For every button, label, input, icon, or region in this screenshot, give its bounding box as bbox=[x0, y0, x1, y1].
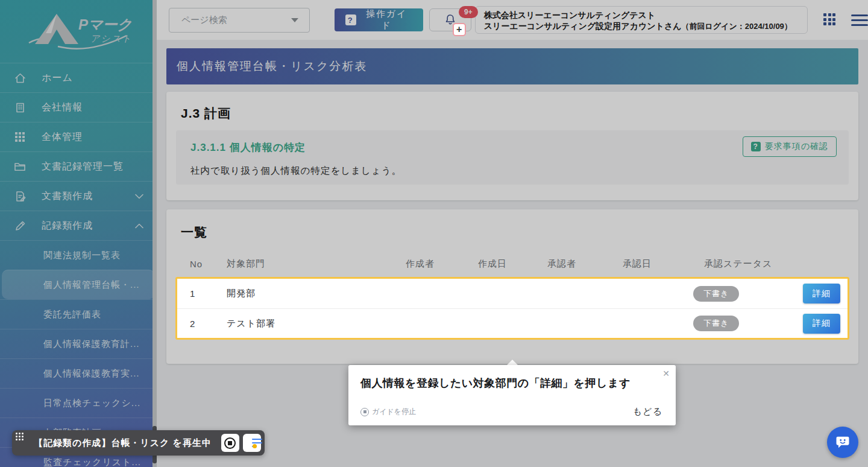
guide-playing-toast: 【記録類の作成】台帳・リスク を再生中 bbox=[12, 430, 265, 456]
cell-no: 2 bbox=[190, 319, 227, 329]
screen: Pマーク アシスト ホーム 会社情報 全体管理 文 bbox=[0, 0, 868, 467]
status-badge: 下書き bbox=[693, 316, 739, 331]
guide-stop-button[interactable] bbox=[221, 434, 239, 452]
back-link[interactable]: もどる bbox=[633, 406, 662, 418]
table-row: 2 テスト部署 下書き 詳細 bbox=[177, 308, 848, 338]
guide-highlight-box: 1 開発部 下書き 詳細 2 テスト部署 bbox=[175, 277, 849, 340]
stop-icon bbox=[360, 408, 369, 416]
guide-tooltip: ✕ 個人情報を登録したい対象部門の「詳細」を押します ガイドを停止 もどる bbox=[348, 365, 676, 425]
detail-button[interactable]: 詳細 bbox=[803, 284, 840, 303]
cell-department: テスト部署 bbox=[227, 318, 406, 329]
status-badge: 下書き bbox=[693, 286, 739, 302]
stop-guide-label: ガイドを停止 bbox=[372, 407, 416, 417]
close-icon[interactable]: ✕ bbox=[662, 369, 670, 378]
chat-support-button[interactable] bbox=[827, 427, 858, 458]
cell-no: 1 bbox=[190, 288, 227, 299]
cell-department: 開発部 bbox=[227, 288, 406, 299]
guide-playing-text: 【記録類の作成】台帳・リスク を再生中 bbox=[34, 437, 212, 449]
drag-handle-icon[interactable] bbox=[16, 433, 24, 440]
stop-icon bbox=[224, 437, 236, 449]
guide-click-marker: + bbox=[453, 23, 466, 36]
guide-tooltip-text: 個人情報を登録したい対象部門の「詳細」を押します bbox=[360, 376, 664, 390]
detail-button[interactable]: 詳細 bbox=[803, 314, 840, 334]
chat-bubble-icon bbox=[834, 434, 851, 451]
table-row: 1 開発部 下書き 詳細 bbox=[177, 279, 848, 308]
stop-guide-button[interactable]: ガイドを停止 bbox=[360, 407, 416, 417]
tooltip-caret bbox=[507, 360, 518, 365]
guide-list-button[interactable] bbox=[243, 434, 261, 452]
guide-list-icon bbox=[247, 439, 257, 448]
